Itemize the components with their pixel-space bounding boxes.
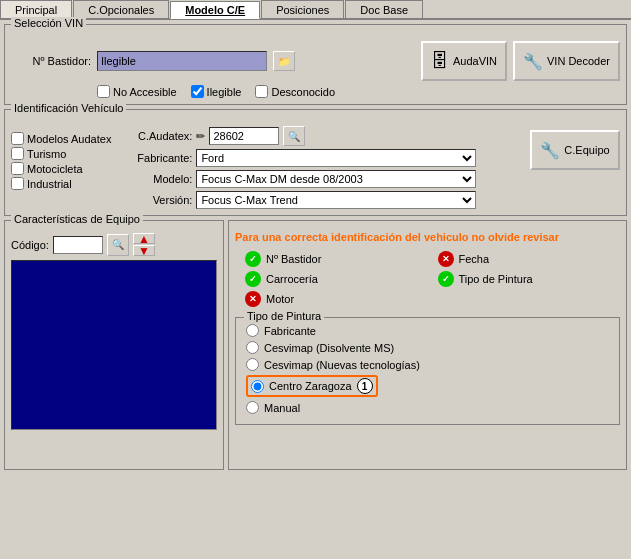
- equipo-panel: Características de Equipo Código: 🔍 ▲ ▼: [4, 220, 224, 470]
- arrow-down-icon: ▼: [138, 244, 150, 258]
- vehicle-fields: C.Audatex: ✏ 🔍 Fabricante: Ford Modelo:: [117, 126, 524, 209]
- audavin-button[interactable]: 🗄 AudaVIN: [421, 41, 507, 81]
- callout-1: 1: [357, 378, 373, 394]
- modelos-checkbox[interactable]: [11, 132, 24, 145]
- gauge-icon: 🔧: [540, 141, 560, 160]
- turismo-checkbox-item: Turismo: [11, 147, 111, 160]
- bastidor-label: Nº Bastidor:: [11, 55, 91, 67]
- radio-cesvimap-ms-input[interactable]: [246, 341, 259, 354]
- radio-cesvimap-ht: Cesvimap (Nuevas tecnologías): [246, 358, 609, 371]
- ilegible-checkbox-item: Ilegible: [191, 85, 242, 98]
- vehicle-type-checkboxes: Modelos Audatex Turismo Motocicleta Indu…: [11, 132, 111, 209]
- industrial-checkbox[interactable]: [11, 177, 24, 190]
- fabricante-row: Fabricante: Ford: [117, 149, 524, 167]
- vehicle-group-label: Identificación Vehículo: [11, 102, 126, 114]
- caudatex-input[interactable]: [209, 127, 279, 145]
- pintura-box: Tipo de Pintura Fabricante Cesvimap (Dis…: [235, 317, 620, 425]
- cequipo-button[interactable]: 🔧 C.Equipo: [530, 130, 620, 170]
- tab-principal[interactable]: Principal: [0, 0, 72, 18]
- caudatex-row: C.Audatex: ✏ 🔍: [117, 126, 524, 146]
- info-header: Para una correcta identificación del veh…: [235, 231, 620, 243]
- ok-icon-bastidor: ✓: [245, 251, 261, 267]
- industrial-label: Industrial: [27, 178, 72, 190]
- ok-icon-pintura: ✓: [438, 271, 454, 287]
- database-icon: 🗄: [431, 51, 449, 72]
- modelos-checkbox-item: Modelos Audatex: [11, 132, 111, 145]
- industrial-checkbox-item: Industrial: [11, 177, 111, 190]
- arrow-down-button[interactable]: ▼: [133, 245, 155, 256]
- equipo-group-label: Características de Equipo: [11, 213, 143, 225]
- radio-cesvimap-ht-input[interactable]: [246, 358, 259, 371]
- check-list: ✓ Nº Bastidor ✕ Fecha ✓ Carrocería ✓ Tip…: [235, 251, 620, 307]
- radio-fabricante-input[interactable]: [246, 324, 259, 337]
- radio-centro-zaragoza-input[interactable]: [251, 380, 264, 393]
- tab-posiciones[interactable]: Posiciones: [261, 0, 344, 18]
- caudatex-label: C.Audatex:: [117, 130, 192, 142]
- codigo-label: Código:: [11, 239, 49, 251]
- search-icon: 🔍: [288, 131, 300, 142]
- tab-modelo[interactable]: Modelo C/E: [170, 1, 260, 19]
- codigo-input[interactable]: [53, 236, 103, 254]
- search-icon2: 🔍: [112, 239, 124, 250]
- bastidor-input[interactable]: [97, 51, 267, 71]
- modelo-row: Modelo: Focus C-Max DM desde 08/2003: [117, 170, 524, 188]
- check-motor: ✕ Motor: [245, 291, 428, 307]
- radio-centro-zaragoza: Centro Zaragoza 1: [246, 375, 609, 397]
- modelo-select[interactable]: Focus C-Max DM desde 08/2003: [196, 170, 476, 188]
- vin-group: Selección VIN Nº Bastidor: 📁 🗄 AudaVIN 🔧…: [4, 24, 627, 105]
- vin-checkboxes: No Accesible Ilegible Desconocido: [97, 85, 620, 98]
- tab-copicionales[interactable]: C.Opcionales: [73, 0, 169, 18]
- err-icon-motor: ✕: [245, 291, 261, 307]
- err-icon-fecha: ✕: [438, 251, 454, 267]
- info-panel: Para una correcta identificación del veh…: [228, 220, 627, 470]
- no-accesible-checkbox[interactable]: [97, 85, 110, 98]
- modelo-label: Modelo:: [117, 173, 192, 185]
- version-label: Versión:: [117, 194, 192, 206]
- check-carroceria: ✓ Carrocería: [245, 271, 428, 287]
- no-accesible-checkbox-item: No Accesible: [97, 85, 177, 98]
- motocicleta-label: Motocicleta: [27, 163, 83, 175]
- codigo-row: Código: 🔍 ▲ ▼: [11, 233, 217, 256]
- check-bastidor: ✓ Nº Bastidor: [245, 251, 428, 267]
- turismo-label: Turismo: [27, 148, 66, 160]
- radio-selected-highlight: Centro Zaragoza 1: [246, 375, 378, 397]
- pencil-icon: ✏: [196, 130, 205, 143]
- pintura-group-label: Tipo de Pintura: [244, 310, 324, 322]
- vin-decoder-button[interactable]: 🔧 VIN Decoder: [513, 41, 620, 81]
- version-select[interactable]: Focus C-Max Trend: [196, 191, 476, 209]
- tab-bar: Principal C.Opcionales Modelo C/E Posici…: [0, 0, 631, 20]
- no-accesible-label: No Accesible: [113, 86, 177, 98]
- motocicleta-checkbox[interactable]: [11, 162, 24, 175]
- tab-docbase[interactable]: Doc Base: [345, 0, 423, 18]
- ilegible-checkbox[interactable]: [191, 85, 204, 98]
- arrow-up-button[interactable]: ▲: [133, 233, 155, 244]
- equipo-list[interactable]: [11, 260, 217, 430]
- bastidor-browse-button[interactable]: 📁: [273, 51, 295, 71]
- bottom-section: Características de Equipo Código: 🔍 ▲ ▼: [4, 220, 627, 470]
- radio-manual-input[interactable]: [246, 401, 259, 414]
- decoder-icon: 🔧: [523, 52, 543, 71]
- vin-row: Nº Bastidor: 📁 🗄 AudaVIN 🔧 VIN Decoder: [11, 41, 620, 81]
- fabricante-label: Fabricante:: [117, 152, 192, 164]
- check-fecha: ✕ Fecha: [438, 251, 621, 267]
- vin-group-label: Selección VIN: [11, 17, 86, 29]
- main-content: Selección VIN Nº Bastidor: 📁 🗄 AudaVIN 🔧…: [0, 20, 631, 474]
- desconocido-label: Desconocido: [271, 86, 335, 98]
- check-pintura: ✓ Tipo de Pintura: [438, 271, 621, 287]
- ok-icon-carroceria: ✓: [245, 271, 261, 287]
- folder-icon: 📁: [278, 56, 290, 67]
- ilegible-label: Ilegible: [207, 86, 242, 98]
- codigo-search-button[interactable]: 🔍: [107, 234, 129, 256]
- vehicle-group: Identificación Vehículo Modelos Audatex …: [4, 109, 627, 216]
- radio-fabricante: Fabricante: [246, 324, 609, 337]
- fabricante-select[interactable]: Ford: [196, 149, 476, 167]
- motocicleta-checkbox-item: Motocicleta: [11, 162, 111, 175]
- desconocido-checkbox[interactable]: [255, 85, 268, 98]
- radio-manual: Manual: [246, 401, 609, 414]
- caudatex-search-button[interactable]: 🔍: [283, 126, 305, 146]
- desconocido-checkbox-item: Desconocido: [255, 85, 335, 98]
- turismo-checkbox[interactable]: [11, 147, 24, 160]
- version-row: Versión: Focus C-Max Trend: [117, 191, 524, 209]
- radio-cesvimap-ms: Cesvimap (Disolvente MS): [246, 341, 609, 354]
- modelos-label: Modelos Audatex: [27, 133, 111, 145]
